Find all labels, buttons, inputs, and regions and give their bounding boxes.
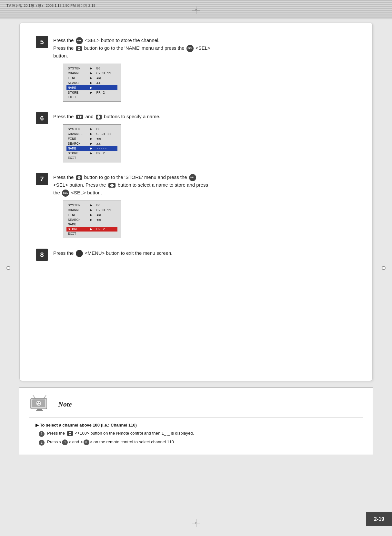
menu-row-exit-5: EXIT [66,95,117,99]
menu-row-fine-7: FINE▶◀◀ [66,212,117,217]
menu-row-system-5: SYSTEM▶BG [66,66,117,71]
menu-row-name-5: NAME▶----- [66,85,117,90]
lr-arrow-icon-6 [76,115,83,119]
step-6-content: Press the and buttons to specify a name.… [53,112,356,164]
menu-row-channel-7: CHANNEL▶C-CH 11 [66,208,117,212]
up-down-icon-note1 [67,431,73,436]
note-sub-text-2: Press <1> and <0> on the remote control … [47,439,175,445]
step-6-number: 6 [36,112,48,124]
step-7-number: 7 [36,173,48,185]
sel-icon-7a: SEL [189,174,196,181]
step-7-text-1: Press the button to go to the 'STORE' me… [53,173,356,181]
sel-icon-5b: SEL [186,45,194,52]
step-6-block: 6 Press the and buttons to specify a nam… [36,112,356,164]
step-5-content: Press the SEL <SEL> button to store the … [53,36,356,103]
menu-row-fine-6: FINE▶◀◀ [66,136,117,141]
menu-row-channel-5: CHANNEL▶C-CH 11 [66,71,117,76]
note-num-1: 1 [39,431,45,437]
menu-table-5: SYSTEM▶BG CHANNEL▶C-CH 11 FINE▶◀◀ SEARCH… [66,66,117,99]
step-5-text-3: button. [53,52,356,60]
step-5-block: 5 Press the SEL <SEL> button to store th… [36,36,356,103]
menu-row-store-5: STORE▶PR 2 [66,90,117,95]
right-binding-mark [382,266,386,270]
menu-screen-5: SYSTEM▶BG CHANNEL▶C-CH 11 FINE▶◀◀ SEARCH… [63,64,121,102]
menu-row-channel-6: CHANNEL▶C-CH 11 [66,131,117,136]
menu-icon-8 [76,250,83,257]
menu-screen-6: SYSTEM▶BG CHANNEL▶C-CH 11 FINE▶◀◀ SEARCH… [63,124,121,162]
menu-row-search-6: SEARCH▶▲▲ [66,141,117,146]
menu-row-name-7: NAME [66,222,117,227]
note-header: Note [29,395,363,417]
svg-line-8 [44,395,46,398]
menu-row-exit-6: EXIT [66,156,117,160]
step-5-text-1: Press the SEL <SEL> button to store the … [53,36,356,44]
svg-point-9 [36,401,41,406]
step-5-text-2: Press the button to go to the 'NAME' men… [53,44,356,52]
menu-row-fine-5: FINE▶◀◀ [66,76,117,80]
menu-row-search-7: SEARCH▶◀◀ [66,217,117,222]
crosshair-bottom-icon [192,519,200,527]
svg-point-10 [37,402,38,403]
left-binding-mark [6,266,10,270]
num0-icon-note2: 0 [84,439,89,445]
note-tv-icon [29,395,52,414]
note-num-2: 2 [39,440,45,446]
svg-rect-5 [37,409,42,410]
svg-point-11 [39,402,40,403]
num1-icon-note2: 1 [62,439,68,445]
menu-table-7: SYSTEM▶BG CHANNEL▶C-CH 11 FINE▶◀◀ SEARCH… [66,203,117,236]
note-sub-item-1: 1 Press the <+100> button on the remote … [35,431,363,437]
step-7-text-3: the SEL <SEL> button. [53,189,356,197]
svg-rect-6 [36,410,43,411]
tv-svg-icon [29,395,50,412]
note-item-title: To select a channel above 100 (i.e.: Cha… [35,423,363,428]
lr-arrow-icon-7 [108,183,116,188]
ud-arrow-icon-6 [96,115,102,119]
menu-row-name-6: NAME▶----- [66,146,117,151]
sel-icon-7b: SEL [62,190,69,197]
step-5-number: 5 [36,36,48,48]
note-section: Note To select a channel above 100 (i.e.… [19,387,373,455]
menu-row-system-6: SYSTEM▶BG [66,127,117,131]
step-7-block: 7 Press the button to go to the 'STORE' … [36,173,356,240]
menu-screen-7: SYSTEM▶BG CHANNEL▶C-CH 11 FINE▶◀◀ SEARCH… [63,201,121,238]
note-body: To select a channel above 100 (i.e.: Cha… [29,423,363,446]
ud-arrow-icon-7a [76,175,82,180]
step-8-text: Press the <MENU> button to exit the menu… [53,249,356,257]
note-sub-text-1: Press the <+100> button on the remote co… [47,431,194,436]
page-number: 2-19 [366,512,392,526]
crosshair-top-icon [192,6,200,14]
menu-row-system-7: SYSTEM▶BG [66,203,117,208]
note-title: Note [58,400,72,408]
note-sub-item-2: 2 Press <1> and <0> on the remote contro… [35,439,363,446]
step-7-content: Press the button to go to the 'STORE' me… [53,173,356,240]
step-8-block: 8 Press the <MENU> button to exit the me… [36,249,356,261]
step-7-text-2: <SEL> button. Press the button to select… [53,181,356,189]
svg-line-7 [33,395,35,398]
step-6-text-1: Press the and buttons to specify a name. [53,113,356,120]
menu-table-6: SYSTEM▶BG CHANNEL▶C-CH 11 FINE▶◀◀ SEARCH… [66,127,117,160]
menu-row-search-5: SEARCH▶▲▲ [66,80,117,85]
step-8-number: 8 [36,249,48,261]
menu-row-exit-7: EXIT [66,232,117,236]
up-down-arrow-icon-5 [76,46,82,51]
menu-row-store-6: STORE▶PR 2 [66,151,117,156]
sel-icon-5a: SEL [76,37,83,44]
step-8-content: Press the <MENU> button to exit the menu… [53,249,356,257]
menu-row-store-7: STORE▶PR 2 [66,227,117,232]
header-text: TV 매뉴얼 20.1형（영） 2005.1.19 2:50 PM 페이지 2-… [6,3,95,8]
main-content-area: 5 Press the SEL <SEL> button to store th… [19,23,373,381]
